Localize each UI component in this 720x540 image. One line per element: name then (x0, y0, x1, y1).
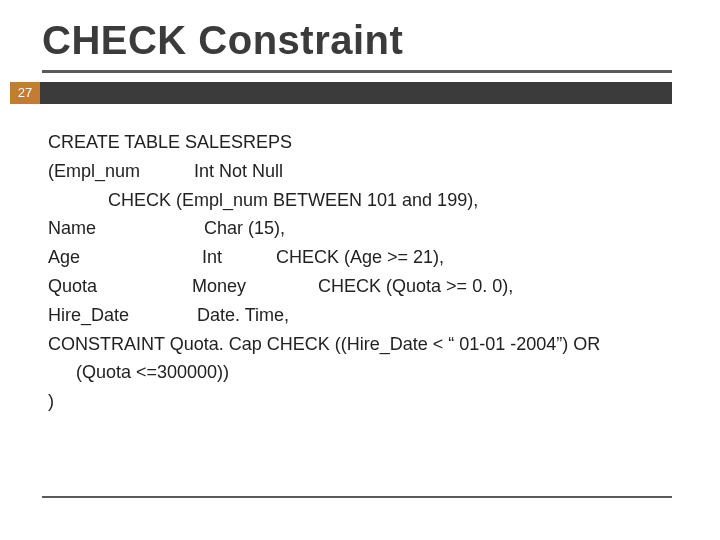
code-line: CREATE TABLE SALESREPS (48, 128, 668, 157)
code-line: ) (48, 387, 668, 416)
slide-title: CHECK Constraint (42, 18, 403, 63)
code-line: CONSTRAINT Quota. Cap CHECK ((Hire_Date … (48, 330, 668, 359)
code-line: Name Char (15), (48, 214, 668, 243)
title-underline (42, 70, 672, 73)
code-line: Age Int CHECK (Age >= 21), (48, 243, 668, 272)
code-line: (Empl_num Int Not Null (48, 157, 668, 186)
code-line: Quota Money CHECK (Quota >= 0. 0), (48, 272, 668, 301)
page-number-badge: 27 (10, 82, 40, 104)
code-line: CHECK (Empl_num BETWEEN 101 and 199), (48, 186, 668, 215)
code-line: (Quota <=300000)) (48, 358, 668, 387)
footer-line (42, 496, 672, 498)
code-block: CREATE TABLE SALESREPS (Empl_num Int Not… (48, 128, 668, 416)
slide: CHECK Constraint 27 CREATE TABLE SALESRE… (0, 0, 720, 540)
code-line: Hire_Date Date. Time, (48, 301, 668, 330)
title-bar (40, 82, 672, 104)
